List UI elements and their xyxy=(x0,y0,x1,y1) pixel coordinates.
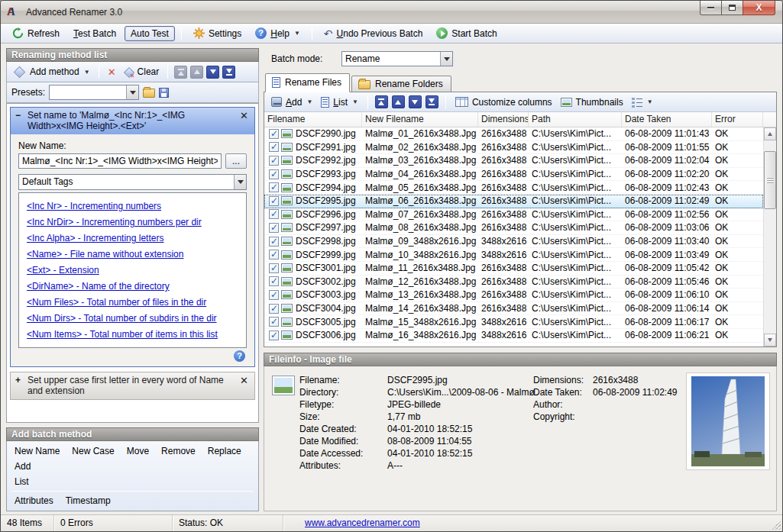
resize-grip[interactable] xyxy=(772,521,781,530)
method-new-case-header[interactable]: + Set upper case first letter in every w… xyxy=(11,372,254,399)
collapse-icon[interactable]: − xyxy=(15,110,23,121)
row-checkbox[interactable] xyxy=(269,156,279,166)
save-preset-icon[interactable] xyxy=(159,88,169,98)
table-row[interactable]: DSCF2993.jpg Malmø_04_2616x3488.Jpg 2616… xyxy=(264,168,763,182)
remove-method-button[interactable]: ✕ xyxy=(105,65,118,79)
add-method-shortcut-button[interactable]: Attributes xyxy=(8,493,60,508)
row-checkbox[interactable] xyxy=(269,196,279,206)
move-file-bottom-button[interactable] xyxy=(425,95,438,108)
move-method-bottom-button[interactable] xyxy=(222,66,235,79)
tag-link[interactable]: <Num Files> - Total number of files in t… xyxy=(27,295,238,311)
row-checkbox[interactable] xyxy=(269,182,279,192)
help-button[interactable]: ? Help▼ xyxy=(250,26,306,40)
customize-columns-button[interactable]: Customize columns xyxy=(453,95,555,109)
method-close-icon[interactable]: ✕ xyxy=(238,110,250,121)
open-preset-icon[interactable] xyxy=(143,89,155,98)
row-checkbox[interactable] xyxy=(269,169,279,179)
add-method-shortcut-button[interactable]: Remove xyxy=(155,443,202,459)
view-mode-button[interactable]: ▼ xyxy=(629,95,655,108)
column-header-dimensions[interactable]: Dimensions xyxy=(478,112,529,127)
table-row[interactable]: DSCF2999.jpg Malmø_10_3488x2616.Jpg 3488… xyxy=(264,248,763,262)
tag-link[interactable]: <Inc Alpha> - Incrementing letters xyxy=(27,231,238,247)
table-row[interactable]: DSCF3002.jpg Malmø_12_2616x3488.Jpg 2616… xyxy=(264,276,763,289)
row-checkbox[interactable] xyxy=(269,304,279,314)
close-button[interactable]: X xyxy=(743,1,775,15)
tags-dropdown-arrow[interactable] xyxy=(234,175,246,189)
scroll-down-button[interactable] xyxy=(764,334,776,347)
tab-rename-folders[interactable]: Rename Folders xyxy=(351,76,451,92)
table-row[interactable]: DSCF2995.jpg Malmø_06_2616x3488.Jpg 2616… xyxy=(264,195,763,208)
move-file-down-button[interactable] xyxy=(409,95,422,108)
thumbnails-button[interactable]: Thumbnails xyxy=(558,95,626,109)
tag-link[interactable]: <Ext> - Extension xyxy=(27,263,238,279)
undo-previous-batch-button[interactable]: ↶ Undo Previous Batch xyxy=(319,27,428,40)
batch-mode-select[interactable]: Rename xyxy=(341,51,453,66)
add-method-button[interactable]: Add method▼ xyxy=(11,65,92,79)
table-row[interactable]: DSCF2990.jpg Malmø_01_2616x3488.Jpg 2616… xyxy=(264,127,763,141)
tag-link[interactable]: <Inc NrDir> - Incrementing numbers per d… xyxy=(27,214,238,231)
column-header-new-filename[interactable]: New Filename xyxy=(362,112,478,127)
row-checkbox[interactable] xyxy=(269,276,279,286)
table-row[interactable]: DSCF2997.jpg Malmø_08_2616x3488.Jpg 2616… xyxy=(264,221,763,235)
clear-methods-button[interactable]: Clear xyxy=(121,65,162,79)
minimize-button[interactable] xyxy=(700,1,722,15)
column-header-filename[interactable]: Filename xyxy=(264,112,362,127)
add-method-shortcut-button[interactable]: New Case xyxy=(66,443,120,459)
table-row[interactable]: DSCF3005.jpg Malmø_15_3488x2616.Jpg 3488… xyxy=(264,315,763,329)
add-method-shortcut-button[interactable]: Timestamp xyxy=(60,493,117,508)
move-method-top-button[interactable] xyxy=(174,66,187,79)
auto-test-toggle[interactable]: Auto Test xyxy=(125,26,175,41)
move-method-up-button[interactable] xyxy=(190,66,203,79)
method-close-icon[interactable]: ✕ xyxy=(238,375,250,386)
method-help-icon[interactable]: ? xyxy=(234,350,245,362)
row-checkbox[interactable] xyxy=(269,237,279,247)
table-row[interactable]: DSCF2996.jpg Malmø_07_2616x3488.Jpg 2616… xyxy=(264,208,763,222)
scroll-up-button[interactable] xyxy=(764,127,776,140)
table-row[interactable]: DSCF2992.jpg Malmø_03_2616x3488.Jpg 2616… xyxy=(264,154,763,168)
vertical-scrollbar[interactable] xyxy=(763,127,776,347)
row-checkbox[interactable] xyxy=(269,290,279,300)
move-method-down-button[interactable] xyxy=(206,66,219,79)
add-method-shortcut-button[interactable]: New Name xyxy=(8,443,66,459)
expand-icon[interactable]: + xyxy=(15,375,23,385)
table-row[interactable]: DSCF3004.jpg Malmø_14_2616x3488.Jpg 2616… xyxy=(264,302,763,316)
table-row[interactable]: DSCF3006.jpg Malmø_16_3488x2616.Jpg 3488… xyxy=(264,329,763,343)
website-link[interactable]: www.advancedrenamer.com xyxy=(305,517,420,528)
tab-rename-files[interactable]: Rename Files xyxy=(265,73,350,92)
table-row[interactable]: DSCF3003.jpg Malmø_13_2616x3488.Jpg 2616… xyxy=(264,289,763,302)
maximize-button[interactable] xyxy=(722,1,743,15)
add-method-shortcut-button[interactable]: Move xyxy=(121,443,155,459)
row-checkbox[interactable] xyxy=(269,209,279,219)
tag-link[interactable]: <Num Dirs> - Total number of subdirs in … xyxy=(27,311,238,327)
row-checkbox[interactable] xyxy=(269,250,279,260)
row-checkbox[interactable] xyxy=(269,263,279,273)
tag-link[interactable]: <Num Items> - Total number of items in t… xyxy=(27,327,238,343)
add-method-shortcut-button[interactable]: List xyxy=(8,474,35,489)
table-row[interactable]: DSCF2991.jpg Malmø_02_2616x3488.Jpg 2616… xyxy=(264,141,763,155)
row-checkbox[interactable] xyxy=(269,129,279,139)
test-batch-button[interactable]: Test Batch xyxy=(68,27,121,40)
row-checkbox[interactable] xyxy=(269,317,279,327)
presets-dropdown-arrow[interactable] xyxy=(126,85,138,99)
add-method-shortcut-button[interactable]: Replace xyxy=(202,443,248,459)
move-file-up-button[interactable] xyxy=(392,95,405,108)
settings-button[interactable]: Settings xyxy=(188,26,247,40)
table-row[interactable]: DSCF2998.jpg Malmø_09_3488x2616.Jpg 3488… xyxy=(264,235,763,249)
column-header-path[interactable]: Path xyxy=(529,112,622,127)
more-button[interactable]: ... xyxy=(225,153,247,169)
method-set-name-header[interactable]: − Set name to 'Malmø_<Inc Nr:1>_<IMG Wid… xyxy=(11,108,254,134)
table-row[interactable]: DSCF3001.jpg Malmø_11_2616x3488.Jpg 2616… xyxy=(264,262,763,276)
row-checkbox[interactable] xyxy=(269,223,279,233)
table-row[interactable]: DSCF2994.jpg Malmø_05_2616x3488.Jpg 2616… xyxy=(264,181,763,195)
tag-link[interactable]: <DirName> - Name of the directory xyxy=(27,279,238,295)
move-file-top-button[interactable] xyxy=(375,95,388,108)
add-files-button[interactable]: Add▼ xyxy=(269,95,315,109)
scrollbar-track[interactable] xyxy=(764,140,776,334)
tag-link[interactable]: <Name> - File name without extension xyxy=(27,247,238,263)
start-batch-button[interactable]: Start Batch xyxy=(431,26,502,40)
presets-select[interactable] xyxy=(49,85,139,100)
new-name-input[interactable] xyxy=(18,153,222,169)
column-header-error[interactable]: Error xyxy=(712,112,763,127)
list-button[interactable]: List▼ xyxy=(319,95,361,109)
tag-link[interactable]: <Inc Nr> - Incrementing numbers xyxy=(27,198,238,214)
